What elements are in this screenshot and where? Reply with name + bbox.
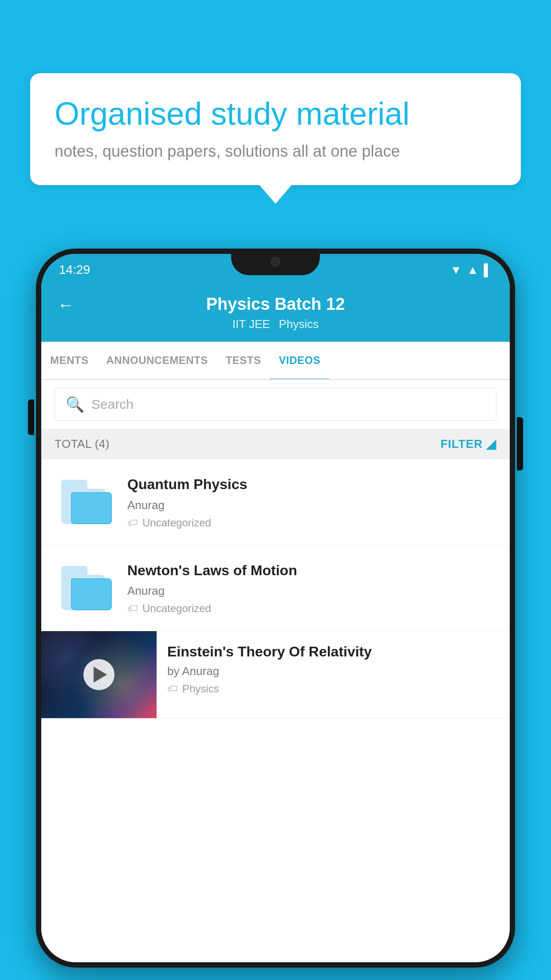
screen-content: ← Physics Batch 12 IIT JEE Physics MENTS… xyxy=(41,286,510,962)
bubble-title: Organised study material xyxy=(55,95,496,132)
video-tag-3: 🏷 Physics xyxy=(167,683,499,695)
video-thumbnail-3 xyxy=(41,631,157,718)
video-author-2: Anurag xyxy=(127,584,496,598)
video-item-3[interactable]: Einstein's Theory Of Relativity by Anura… xyxy=(41,631,510,719)
search-input-wrap[interactable]: 🔍 Search xyxy=(55,388,496,421)
back-button[interactable]: ← xyxy=(57,296,74,315)
video-info-3: Einstein's Theory Of Relativity by Anura… xyxy=(157,631,510,707)
header-subtitle-physics: Physics xyxy=(279,317,319,331)
speech-bubble: Organised study material notes, question… xyxy=(30,73,521,185)
video-title-3: Einstein's Theory Of Relativity xyxy=(167,644,499,660)
video-thumb-1 xyxy=(55,475,117,529)
battery-icon: ▌ xyxy=(484,263,492,277)
tag-icon-2: 🏷 xyxy=(127,602,138,615)
folder-tab-front-1 xyxy=(67,480,87,490)
tab-videos[interactable]: VIDEOS xyxy=(270,342,330,379)
video-author-3: by Anurag xyxy=(167,664,499,678)
tab-ments[interactable]: MENTS xyxy=(41,342,98,379)
header-title: Physics Batch 12 xyxy=(206,295,345,314)
folder-icon-2 xyxy=(61,566,110,610)
tag-icon-1: 🏷 xyxy=(127,517,138,529)
filter-button[interactable]: FILTER ◢ xyxy=(441,437,496,451)
status-time: 14:29 xyxy=(59,263,90,277)
wifi-icon: ▼ xyxy=(450,263,462,277)
video-info-1: Quantum Physics Anurag 🏷 Uncategorized xyxy=(127,475,496,529)
speech-bubble-container: Organised study material notes, question… xyxy=(30,73,521,185)
header-subtitle: IIT JEE Physics xyxy=(232,317,319,331)
tabs-container: MENTS ANNOUNCEMENTS TESTS VIDEOS xyxy=(41,342,510,380)
video-item-2[interactable]: Newton's Laws of Motion Anurag 🏷 Uncateg… xyxy=(41,545,510,632)
video-list: Quantum Physics Anurag 🏷 Uncategorized xyxy=(41,459,510,962)
tag-icon-3: 🏷 xyxy=(167,683,178,695)
play-button-3[interactable] xyxy=(83,659,114,690)
phone-frame: 14:29 ▼ ▲ ▌ ← Physics Batch 12 IIT JEE P… xyxy=(36,249,515,968)
play-triangle-icon xyxy=(94,667,107,683)
video-title-1: Quantum Physics xyxy=(127,475,496,494)
signal-icon: ▲ xyxy=(467,263,479,277)
phone-screen: 14:29 ▼ ▲ ▌ ← Physics Batch 12 IIT JEE P… xyxy=(41,254,510,962)
video-item-1[interactable]: Quantum Physics Anurag 🏷 Uncategorized xyxy=(41,459,510,545)
bubble-subtitle: notes, question papers, solutions all at… xyxy=(55,142,496,161)
total-label: TOTAL (4) xyxy=(55,437,110,451)
phone-mockup: 14:29 ▼ ▲ ▌ ← Physics Batch 12 IIT JEE P… xyxy=(36,249,515,968)
folder-front-1 xyxy=(71,492,112,524)
status-icons: ▼ ▲ ▌ xyxy=(450,263,492,277)
video-title-2: Newton's Laws of Motion xyxy=(127,561,496,580)
filter-funnel-icon: ◢ xyxy=(486,437,496,451)
video-tag-1: 🏷 Uncategorized xyxy=(127,517,496,529)
phone-notch xyxy=(231,249,320,275)
camera-notch xyxy=(271,257,280,267)
tab-announcements[interactable]: ANNOUNCEMENTS xyxy=(98,342,217,379)
video-tag-2: 🏷 Uncategorized xyxy=(127,602,496,615)
search-bar: 🔍 Search xyxy=(41,380,510,429)
video-author-1: Anurag xyxy=(127,498,496,512)
header-subtitle-iit: IIT JEE xyxy=(232,317,270,331)
app-header: ← Physics Batch 12 IIT JEE Physics xyxy=(41,286,510,342)
filter-row: TOTAL (4) FILTER ◢ xyxy=(41,429,510,459)
search-icon: 🔍 xyxy=(66,395,84,413)
search-placeholder-text: Search xyxy=(91,397,134,412)
folder-icon-1 xyxy=(61,480,110,524)
video-thumb-2 xyxy=(55,561,117,615)
folder-tab-front-2 xyxy=(67,566,87,577)
tab-tests[interactable]: TESTS xyxy=(217,342,270,379)
folder-front-2 xyxy=(71,578,112,610)
video-info-2: Newton's Laws of Motion Anurag 🏷 Uncateg… xyxy=(127,561,496,615)
